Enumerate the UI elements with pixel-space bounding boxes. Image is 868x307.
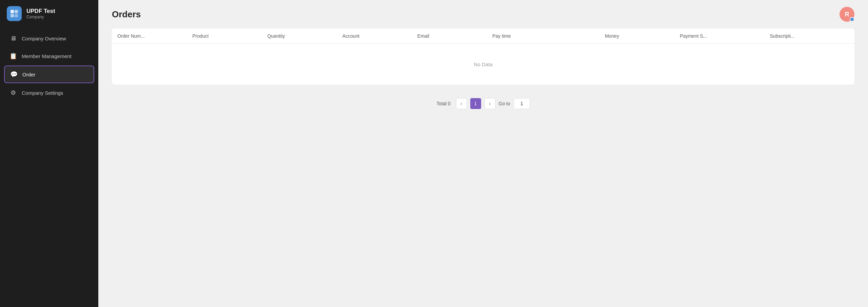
- sidebar-item-label: Company Overview: [22, 36, 66, 41]
- app-company-label: Company: [26, 15, 55, 19]
- sidebar-nav: 🖥 Company Overview 📋 Member Management 💬…: [0, 31, 98, 101]
- sidebar-item-label: Order: [22, 72, 35, 77]
- col-payment-status: Payment S...: [674, 29, 764, 43]
- main-content: Orders R Order Num... Product Quantity A…: [98, 0, 868, 307]
- sidebar-item-company-settings[interactable]: ⚙ Company Settings: [4, 85, 94, 101]
- orders-table: Order Num... Product Quantity Account Em…: [112, 29, 854, 85]
- app-logo: [7, 6, 22, 21]
- pagination-total: Total 0: [436, 101, 450, 106]
- user-initial: R: [845, 11, 849, 18]
- svg-rect-3: [15, 14, 18, 17]
- col-subscription: Subscripti...: [765, 29, 854, 43]
- user-avatar-badge: [850, 17, 854, 22]
- svg-rect-0: [11, 10, 14, 13]
- member-management-icon: 📋: [9, 52, 17, 60]
- col-money: Money: [599, 29, 674, 43]
- pagination-page-1-button[interactable]: 1: [470, 98, 481, 109]
- sidebar-item-label: Member Management: [22, 53, 72, 59]
- sidebar: UPDF Test Company 🖥 Company Overview 📋 M…: [0, 0, 98, 307]
- table-body: No Data: [112, 44, 854, 85]
- app-name: UPDF Test: [26, 8, 55, 15]
- sidebar-item-member-management[interactable]: 📋 Member Management: [4, 48, 94, 64]
- col-pay-time: Pay time: [487, 29, 599, 43]
- page-title: Orders: [112, 9, 141, 20]
- pagination-goto-input[interactable]: [514, 98, 530, 109]
- pagination-goto-label: Go to: [499, 101, 510, 106]
- no-data-message: No Data: [474, 61, 492, 67]
- col-product: Product: [187, 29, 262, 43]
- sidebar-item-label: Company Settings: [22, 90, 63, 96]
- pagination-prev-button[interactable]: ‹: [456, 98, 467, 109]
- col-quantity: Quantity: [262, 29, 337, 43]
- top-bar: Orders R: [98, 0, 868, 25]
- col-order-num: Order Num...: [112, 29, 187, 43]
- user-avatar[interactable]: R: [840, 7, 854, 22]
- col-email: Email: [412, 29, 487, 43]
- sidebar-item-company-overview[interactable]: 🖥 Company Overview: [4, 31, 94, 47]
- sidebar-item-order[interactable]: 💬 Order: [4, 66, 94, 83]
- table-header: Order Num... Product Quantity Account Em…: [112, 29, 854, 44]
- order-icon: 💬: [10, 71, 18, 78]
- company-settings-icon: ⚙: [9, 89, 17, 96]
- pagination: Total 0 ‹ 1 › Go to: [98, 91, 868, 116]
- col-account: Account: [337, 29, 412, 43]
- svg-rect-2: [11, 14, 14, 17]
- sidebar-header: UPDF Test Company: [0, 0, 98, 27]
- app-title-block: UPDF Test Company: [26, 8, 55, 19]
- company-overview-icon: 🖥: [9, 35, 17, 42]
- svg-rect-1: [15, 10, 18, 13]
- pagination-next-button[interactable]: ›: [485, 98, 495, 109]
